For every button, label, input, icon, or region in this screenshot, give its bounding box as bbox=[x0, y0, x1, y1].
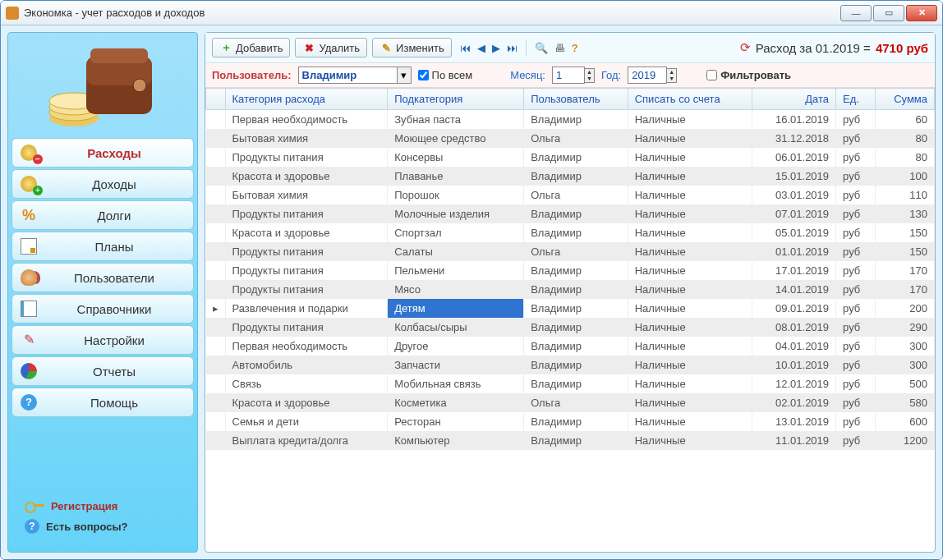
column-header[interactable]: Подкатегория bbox=[388, 89, 524, 110]
close-button[interactable]: ✕ bbox=[906, 5, 937, 21]
cell-user: Владимир bbox=[524, 374, 628, 393]
next-record-icon[interactable]: ▶ bbox=[492, 42, 500, 54]
month-down-icon[interactable]: ▼ bbox=[585, 76, 594, 82]
question-icon: ? bbox=[25, 519, 39, 534]
maximize-button[interactable]: ▭ bbox=[873, 5, 904, 21]
sidebar-item-2[interactable]: %Долги bbox=[12, 200, 194, 230]
table-row[interactable]: Первая необходимостьЗубная пастаВладимир… bbox=[206, 110, 935, 130]
last-record-icon[interactable]: ⏭ bbox=[507, 42, 518, 54]
sidebar-item-5[interactable]: Справочники bbox=[12, 294, 194, 324]
add-button[interactable]: ＋Добавить bbox=[212, 38, 290, 57]
user-combo[interactable]: ▾ bbox=[298, 67, 412, 84]
table-row[interactable]: Красота и здоровьеПлаваньеВладимирНаличн… bbox=[206, 167, 935, 186]
coins-plus-icon bbox=[21, 176, 37, 192]
registration-label: Регистрация bbox=[51, 500, 117, 512]
table-row[interactable]: Красота и здоровьеКосметикаОльгаНаличные… bbox=[206, 393, 935, 412]
all-users-input[interactable] bbox=[418, 70, 429, 80]
sidebar-item-7[interactable]: Отчеты bbox=[12, 356, 194, 386]
column-header[interactable]: Сумма bbox=[875, 89, 934, 110]
table-row[interactable]: Продукты питанияСалатыОльгаНаличные01.01… bbox=[206, 242, 935, 261]
print-icon[interactable]: 🖶 bbox=[554, 42, 565, 54]
row-marker bbox=[206, 393, 226, 412]
period-summary: ⟳ Расход за 01.2019 = 4710 руб bbox=[740, 40, 928, 55]
month-up-icon[interactable]: ▲ bbox=[585, 69, 594, 76]
user-label: Пользователь: bbox=[212, 69, 292, 81]
cell-sum: 290 bbox=[875, 318, 934, 337]
cell-cat: Семья и дети bbox=[225, 412, 388, 431]
cell-user: Владимир bbox=[524, 280, 628, 299]
table-row[interactable]: Продукты питанияМясоВладимирНаличные14.0… bbox=[206, 280, 935, 299]
table-row[interactable]: Красота и здоровьеСпортзалВладимирНаличн… bbox=[206, 223, 935, 242]
refresh-icon[interactable]: ⟳ bbox=[740, 40, 751, 55]
cell-sub: Спортзал bbox=[388, 223, 524, 242]
cell-cat: Продукты питания bbox=[225, 242, 388, 261]
year-input[interactable] bbox=[628, 67, 667, 84]
cell-user: Владимир bbox=[524, 337, 628, 356]
user-input[interactable] bbox=[298, 67, 397, 84]
minimize-button[interactable]: — bbox=[840, 5, 872, 21]
row-marker-header bbox=[206, 89, 226, 110]
month-spinner[interactable]: ▲▼ bbox=[552, 67, 595, 84]
row-marker bbox=[206, 412, 226, 431]
cell-sub: Порошок bbox=[388, 186, 524, 204]
user-dropdown-button[interactable]: ▾ bbox=[397, 67, 412, 84]
cell-acc: Наличные bbox=[628, 299, 752, 318]
table-row[interactable]: Продукты питанияКолбасы/сырыВладимирНали… bbox=[206, 318, 935, 337]
help-icon[interactable]: ? bbox=[572, 42, 578, 54]
cell-cat: Продукты питания bbox=[225, 204, 388, 223]
table-row[interactable]: Продукты питанияКонсервыВладимирНаличные… bbox=[206, 148, 935, 167]
questions-link[interactable]: ? Есть вопросы? bbox=[25, 519, 181, 534]
table-row[interactable]: Первая необходимостьДругоеВладимирНаличн… bbox=[206, 337, 935, 356]
cell-cat: Связь bbox=[225, 374, 388, 393]
registration-link[interactable]: Регистрация bbox=[25, 499, 181, 512]
month-input[interactable] bbox=[552, 67, 585, 84]
filter-input[interactable] bbox=[706, 70, 717, 80]
sidebar-item-label: Долги bbox=[44, 209, 185, 223]
cell-acc: Наличные bbox=[628, 186, 752, 204]
search-icon[interactable]: 🔍 bbox=[535, 42, 548, 54]
prev-record-icon[interactable]: ◀ bbox=[477, 42, 485, 54]
column-header[interactable]: Пользователь bbox=[524, 89, 628, 110]
sidebar-item-4[interactable]: Пользователи bbox=[12, 263, 194, 292]
row-marker bbox=[206, 374, 226, 393]
column-header[interactable]: Дата bbox=[752, 89, 835, 110]
cell-sub: Компьютер bbox=[388, 431, 524, 450]
table-row[interactable]: СвязьМобильная связьВладимирНаличные12.0… bbox=[206, 374, 935, 393]
sidebar-item-6[interactable]: ✎Настройки bbox=[12, 325, 194, 355]
cell-date: 03.01.2019 bbox=[752, 186, 835, 204]
summary-amount: 4710 руб bbox=[876, 41, 928, 55]
table-row[interactable]: ▸Развлечения и подаркиДетямВладимирНалич… bbox=[206, 299, 935, 318]
column-header[interactable]: Списать со счета bbox=[628, 89, 752, 110]
column-header[interactable]: Категория расхода bbox=[225, 89, 388, 110]
column-header[interactable]: Ед. bbox=[836, 89, 876, 110]
table-row[interactable]: Продукты питанияПельмениВладимирНаличные… bbox=[206, 261, 935, 280]
table-row[interactable]: Продукты питанияМолочные изделияВладимир… bbox=[206, 204, 935, 223]
cell-user: Владимир bbox=[524, 412, 628, 431]
table-row[interactable]: Бытовая химияПорошокОльгаНаличные03.01.2… bbox=[206, 186, 935, 204]
first-record-icon[interactable]: ⏮ bbox=[460, 42, 471, 54]
year-up-icon[interactable]: ▲ bbox=[667, 69, 676, 76]
sidebar-item-1[interactable]: Доходы bbox=[12, 169, 194, 199]
table-row[interactable]: АвтомобильЗапчастиВладимирНаличные10.01.… bbox=[206, 356, 935, 374]
year-down-icon[interactable]: ▼ bbox=[667, 76, 676, 82]
body: РасходыДоходы%ДолгиПланыПользователиСпра… bbox=[1, 25, 942, 559]
table-row[interactable]: Семья и детиРесторанВладимирНаличные13.0… bbox=[206, 412, 935, 431]
cell-unit: руб bbox=[836, 110, 876, 130]
year-spinner[interactable]: ▲▼ bbox=[628, 67, 677, 84]
cell-acc: Наличные bbox=[628, 337, 752, 356]
table-wrap[interactable]: Категория расходаПодкатегорияПользовател… bbox=[205, 88, 935, 552]
table-row[interactable]: Бытовая химияМоющее средствоОльгаНаличны… bbox=[206, 129, 935, 148]
sidebar-item-0[interactable]: Расходы bbox=[12, 138, 194, 168]
cell-date: 09.01.2019 bbox=[752, 299, 835, 318]
row-marker bbox=[206, 223, 226, 242]
cell-sub: Консервы bbox=[388, 148, 524, 167]
table-row[interactable]: Выплата кредита/долгаКомпьютерВладимирНа… bbox=[206, 431, 935, 450]
edit-button[interactable]: ✎Изменить bbox=[372, 38, 452, 57]
delete-button[interactable]: ✖Удалить bbox=[295, 38, 367, 57]
filter-checkbox[interactable]: Фильтровать bbox=[706, 69, 791, 81]
cell-unit: руб bbox=[836, 337, 876, 356]
sidebar-item-3[interactable]: Планы bbox=[12, 232, 194, 261]
sidebar-item-8[interactable]: ?Помощь bbox=[12, 388, 194, 417]
all-users-checkbox[interactable]: По всем bbox=[418, 69, 473, 81]
cell-sum: 130 bbox=[875, 204, 934, 223]
